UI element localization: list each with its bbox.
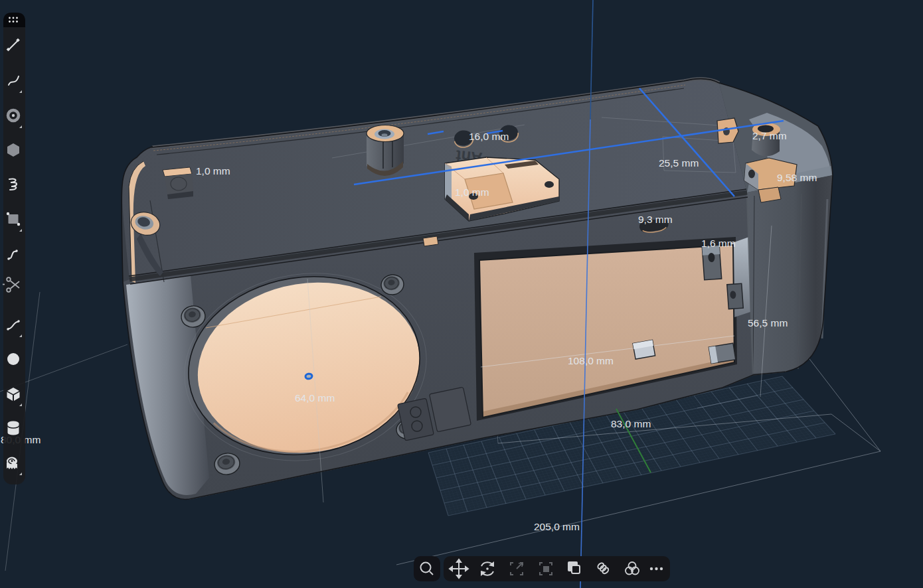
svg-text:1,6 mm: 1,6 mm <box>701 238 736 249</box>
svg-text:56,5 mm: 56,5 mm <box>748 317 788 329</box>
svg-text:1,0 mm: 1,0 mm <box>196 165 230 177</box>
svg-text:16,0 mm: 16,0 mm <box>469 131 509 142</box>
svg-text:25,5 mm: 25,5 mm <box>659 157 699 169</box>
svg-text:9,58 mm: 9,58 mm <box>777 172 817 183</box>
svg-text:64,0 mm: 64,0 mm <box>295 392 335 404</box>
svg-text:108,0 mm: 108,0 mm <box>568 355 614 366</box>
svg-text:83,0 mm: 83,0 mm <box>611 418 651 429</box>
svg-text:2,7 mm: 2,7 mm <box>752 130 787 141</box>
svg-text:1,0 mm: 1,0 mm <box>455 186 489 198</box>
svg-text:205,0 mm: 205,0 mm <box>534 521 580 532</box>
svg-text:9,3 mm: 9,3 mm <box>638 214 673 225</box>
